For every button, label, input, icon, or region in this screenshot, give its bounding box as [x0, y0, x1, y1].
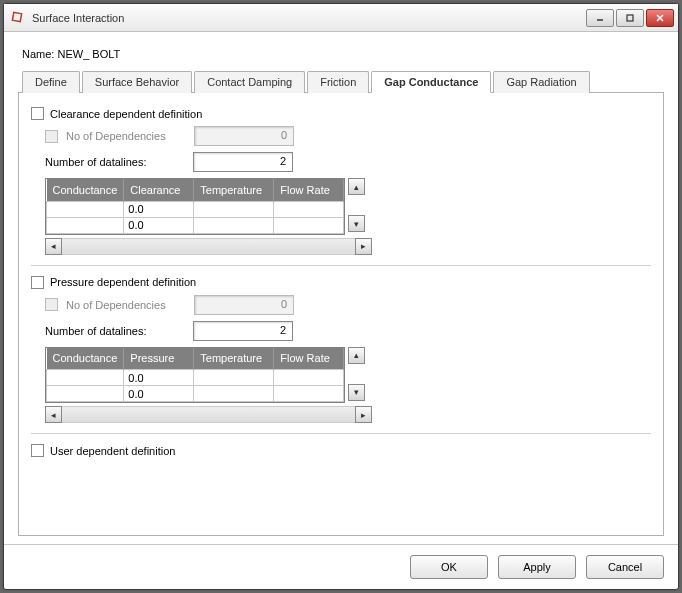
- apply-button[interactable]: Apply: [498, 555, 576, 579]
- pressure-col-conductance: Conductance: [47, 348, 124, 370]
- minimize-button[interactable]: [586, 9, 614, 27]
- clearance-nodeps-label: No of Dependencies: [66, 130, 186, 142]
- pressure-vscroll[interactable]: ▴ ▾: [348, 347, 365, 401]
- footer: OK Apply Cancel: [4, 544, 678, 589]
- clearance-datalines-input[interactable]: 2: [193, 152, 293, 172]
- pressure-datalines-label: Number of datalines:: [45, 325, 185, 337]
- user-section: User dependent definition: [31, 444, 651, 457]
- svg-rect-1: [627, 15, 633, 21]
- tab-contact-damping[interactable]: Contact Damping: [194, 71, 305, 93]
- divider: [31, 433, 651, 434]
- pressure-definition-checkbox[interactable]: [31, 276, 44, 289]
- clearance-col-flowrate: Flow Rate: [274, 179, 344, 201]
- tab-panel-gap-conductance: Clearance dependent definition No of Dep…: [18, 93, 664, 536]
- name-row: Name: NEW_ BOLT: [22, 48, 664, 60]
- scroll-right-icon[interactable]: ▸: [355, 238, 372, 255]
- clearance-nodeps-checkbox: [45, 130, 58, 143]
- pressure-section: Pressure dependent definition No of Depe…: [31, 276, 651, 424]
- clearance-vscroll[interactable]: ▴ ▾: [348, 178, 365, 232]
- scroll-down-icon[interactable]: ▾: [348, 215, 365, 232]
- divider: [31, 265, 651, 266]
- table-row: 0.0: [47, 370, 344, 386]
- maximize-button[interactable]: [616, 9, 644, 27]
- titlebar: Surface Interaction: [4, 4, 678, 32]
- cancel-button[interactable]: Cancel: [586, 555, 664, 579]
- clearance-col-temperature: Temperature: [194, 179, 274, 201]
- table-row: 0.0: [47, 386, 344, 402]
- pressure-nodeps-label: No of Dependencies: [66, 299, 186, 311]
- clearance-col-conductance: Conductance: [47, 179, 124, 201]
- close-button[interactable]: [646, 9, 674, 27]
- pressure-datalines-input[interactable]: 2: [193, 321, 293, 341]
- pressure-col-temperature: Temperature: [194, 348, 274, 370]
- pressure-nodeps-input: 0: [194, 295, 294, 315]
- tab-gap-conductance[interactable]: Gap Conductance: [371, 71, 491, 93]
- scroll-up-icon[interactable]: ▴: [348, 347, 365, 364]
- pressure-hscroll[interactable]: ◂ ▸: [45, 406, 372, 423]
- app-icon: [10, 10, 26, 26]
- window-title: Surface Interaction: [32, 12, 124, 24]
- tab-gap-radiation[interactable]: Gap Radiation: [493, 71, 589, 93]
- scroll-up-icon[interactable]: ▴: [348, 178, 365, 195]
- table-row: 0.0: [47, 217, 344, 233]
- window: Surface Interaction Name: NEW_ BOLT Defi…: [3, 3, 679, 590]
- clearance-section: Clearance dependent definition No of Dep…: [31, 107, 651, 255]
- tab-friction[interactable]: Friction: [307, 71, 369, 93]
- user-definition-label: User dependent definition: [50, 445, 175, 457]
- pressure-col-pressure: Pressure: [124, 348, 194, 370]
- clearance-col-clearance: Clearance: [124, 179, 194, 201]
- name-value: NEW_ BOLT: [57, 48, 120, 60]
- pressure-col-flowrate: Flow Rate: [274, 348, 344, 370]
- scroll-left-icon[interactable]: ◂: [45, 406, 62, 423]
- clearance-grid[interactable]: Conductance Clearance Temperature Flow R…: [45, 178, 345, 235]
- pressure-nodeps-checkbox: [45, 298, 58, 311]
- name-label: Name:: [22, 48, 54, 60]
- table-row: 0.0: [47, 201, 344, 217]
- user-definition-checkbox[interactable]: [31, 444, 44, 457]
- pressure-grid[interactable]: Conductance Pressure Temperature Flow Ra…: [45, 347, 345, 404]
- tab-surface-behavior[interactable]: Surface Behavior: [82, 71, 192, 93]
- tab-define[interactable]: Define: [22, 71, 80, 93]
- scroll-right-icon[interactable]: ▸: [355, 406, 372, 423]
- clearance-definition-checkbox[interactable]: [31, 107, 44, 120]
- scroll-left-icon[interactable]: ◂: [45, 238, 62, 255]
- clearance-nodeps-input: 0: [194, 126, 294, 146]
- ok-button[interactable]: OK: [410, 555, 488, 579]
- tabstrip: Define Surface Behavior Contact Damping …: [18, 70, 664, 93]
- clearance-hscroll[interactable]: ◂ ▸: [45, 238, 372, 255]
- clearance-datalines-label: Number of datalines:: [45, 156, 185, 168]
- scroll-down-icon[interactable]: ▾: [348, 384, 365, 401]
- clearance-definition-label: Clearance dependent definition: [50, 108, 202, 120]
- pressure-definition-label: Pressure dependent definition: [50, 276, 196, 288]
